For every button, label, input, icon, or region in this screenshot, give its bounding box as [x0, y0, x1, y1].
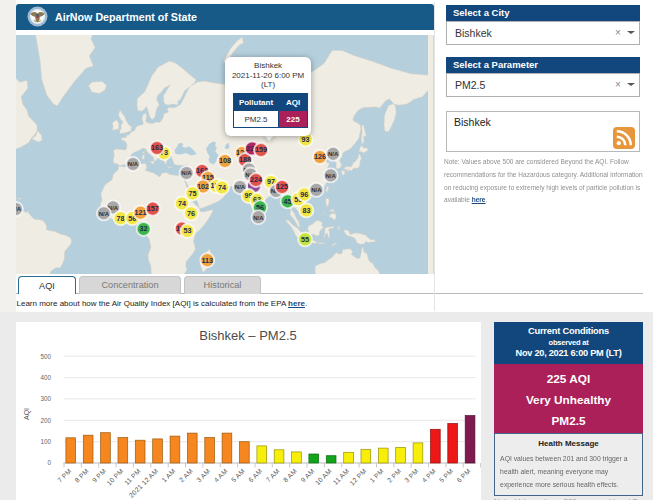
svg-text:1 AM: 1 AM — [160, 467, 176, 483]
svg-text:3 PM: 3 PM — [403, 467, 420, 484]
svg-text:N/A: N/A — [328, 151, 339, 157]
svg-text:100: 100 — [40, 438, 51, 445]
svg-text:N/A: N/A — [16, 206, 22, 212]
svg-text:32: 32 — [140, 224, 148, 233]
svg-text:N/A: N/A — [326, 173, 337, 179]
svg-text:74: 74 — [218, 183, 226, 192]
svg-text:10 PM: 10 PM — [105, 467, 124, 486]
svg-text:11 AM: 11 AM — [331, 467, 350, 486]
svg-text:12 PM: 12 PM — [348, 467, 367, 486]
svg-text:6 AM: 6 AM — [247, 467, 263, 483]
svg-text:108: 108 — [219, 156, 231, 165]
svg-text:7 PM: 7 PM — [56, 467, 73, 484]
svg-text:163: 163 — [151, 143, 163, 152]
svg-text:75: 75 — [189, 189, 197, 198]
svg-text:159: 159 — [255, 145, 267, 154]
svg-text:83: 83 — [302, 206, 310, 215]
svg-text:500: 500 — [40, 353, 51, 360]
svg-text:78: 78 — [117, 214, 125, 223]
svg-text:113: 113 — [201, 256, 213, 265]
svg-text:N/A: N/A — [311, 187, 322, 193]
svg-text:224: 224 — [250, 175, 262, 184]
svg-text:126: 126 — [314, 152, 326, 161]
svg-text:N/A: N/A — [128, 161, 139, 167]
svg-text:8 PM: 8 PM — [73, 467, 90, 484]
svg-text:4 PM: 4 PM — [420, 467, 437, 484]
svg-text:AQI: AQI — [23, 408, 31, 420]
svg-text:45: 45 — [284, 197, 292, 206]
svg-text:1 PM: 1 PM — [368, 467, 385, 484]
svg-text:53: 53 — [183, 226, 191, 235]
svg-text:10 AM: 10 AM — [314, 467, 333, 486]
svg-text:N/A: N/A — [181, 170, 192, 176]
svg-text:300: 300 — [40, 395, 51, 402]
svg-text:2 AM: 2 AM — [178, 467, 194, 483]
svg-text:3 AM: 3 AM — [195, 467, 211, 483]
svg-text:8 AM: 8 AM — [282, 467, 298, 483]
svg-text:157: 157 — [147, 204, 159, 213]
svg-text:N/A: N/A — [253, 215, 264, 221]
svg-text:0: 0 — [47, 459, 51, 466]
svg-text:55: 55 — [301, 235, 309, 244]
svg-text:74: 74 — [178, 199, 186, 208]
svg-text:N/A: N/A — [99, 211, 110, 217]
svg-text:7 AM: 7 AM — [265, 467, 281, 483]
svg-text:125: 125 — [276, 182, 288, 191]
svg-text:200: 200 — [40, 417, 51, 424]
svg-text:93: 93 — [302, 135, 310, 144]
svg-text:76: 76 — [187, 209, 195, 218]
svg-text:Bishkek – PM2.5: Bishkek – PM2.5 — [199, 328, 297, 343]
svg-text:5 AM: 5 AM — [230, 467, 246, 483]
svg-text:6 PM: 6 PM — [455, 467, 472, 484]
svg-text:121: 121 — [135, 208, 147, 217]
svg-text:96: 96 — [300, 190, 308, 199]
svg-text:5 PM: 5 PM — [438, 467, 455, 484]
svg-text:400: 400 — [40, 374, 51, 381]
svg-text:4 AM: 4 AM — [212, 467, 228, 483]
svg-text:2 PM: 2 PM — [386, 467, 403, 484]
